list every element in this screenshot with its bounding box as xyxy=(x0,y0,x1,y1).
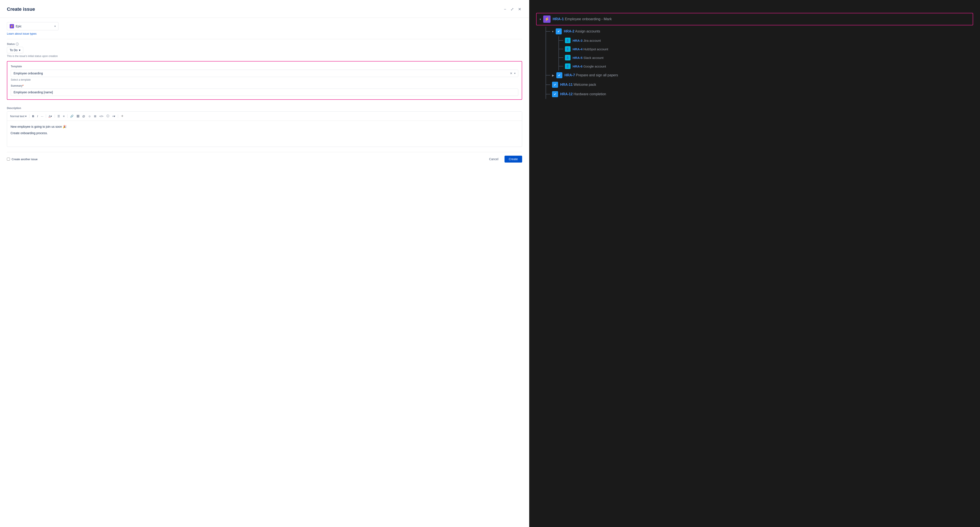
summary-input[interactable] xyxy=(11,89,518,96)
summary-label: Summary* xyxy=(11,84,518,87)
create-another-checkbox[interactable] xyxy=(7,157,10,160)
description-label: Description xyxy=(7,106,522,110)
expand-button[interactable]: ⤢ xyxy=(510,6,515,13)
epic-icon: ⚡ xyxy=(10,24,14,29)
footer-buttons: Cancel Create xyxy=(485,156,522,163)
plus-chevron-icon: ▾ xyxy=(114,114,115,118)
l1-issue-name-hra7: Prepare and sign all papers xyxy=(576,73,618,77)
l2-issue-id-hra3: HRA-3 xyxy=(573,39,582,42)
template-label: Template xyxy=(11,65,518,68)
template-section: Template Employee onboarding ✕ ▾ Select … xyxy=(7,61,522,100)
l2-item-hra3: 👤 HRA-3 Jira account xyxy=(559,36,973,45)
create-button[interactable]: Create xyxy=(504,156,522,163)
l2-item-hra6: 👤 HRA-6 Google account xyxy=(559,62,973,70)
l1-item-hra12: ✔ HRA-12 Hardware completion xyxy=(546,89,973,99)
l1-story-icon-hra7: ✔ xyxy=(556,72,562,78)
info-button[interactable]: ⓘ xyxy=(105,113,111,119)
l1-issue-name-hra2: Assign accounts xyxy=(575,29,600,33)
l1-connector-hra2 xyxy=(546,31,550,32)
l2-issue-name-hra4: HubSpot account xyxy=(584,47,608,51)
l1-issue-id-hra12: HRA-12 xyxy=(560,92,573,96)
l2-container-hra2: 👤 HRA-3 Jira account 👤 xyxy=(558,36,973,70)
l2-issue-name-hra5: Slack account xyxy=(584,56,603,60)
create-another-label[interactable]: Create another issue xyxy=(7,157,38,161)
template-value: Employee onboarding xyxy=(14,71,508,75)
create-issue-dialog: Create issue − ⤢ ✕ ⚡ Epic ▾ Learn about … xyxy=(0,0,529,527)
l2-connector-hra4 xyxy=(559,49,563,49)
l2-connector-hra6 xyxy=(559,66,563,67)
header-actions: − ⤢ ✕ xyxy=(503,6,522,13)
l1-issue-text-hra2: HRA-2 Assign accounts xyxy=(564,29,600,33)
status-chevron-icon: ▾ xyxy=(19,48,21,52)
emoji-button[interactable]: ☺ xyxy=(87,114,92,119)
l2-issue-text-hra4: HRA-4 HubSpot account xyxy=(573,47,608,51)
text-style-chevron-icon: ▾ xyxy=(25,114,27,118)
dialog-footer: Create another issue Cancel Create xyxy=(7,152,522,163)
status-label: Status i xyxy=(7,43,522,46)
l2-item-hra5: 👤 HRA-5 Slack account xyxy=(559,53,973,62)
mention-button[interactable]: @ xyxy=(81,114,86,119)
ai-sparkle-button[interactable]: ✦ xyxy=(119,113,125,119)
l1-connector-hra12 xyxy=(546,94,550,94)
description-field: Description Normal text ▾ B I ··· A ▾ ☰ … xyxy=(7,103,522,147)
l1-issue-id-hra2: HRA-2 xyxy=(564,29,574,33)
l2-issue-text-hra6: HRA-6 Google account xyxy=(573,65,606,68)
numbered-list-button[interactable]: ≡ xyxy=(62,114,66,119)
tree-root-item: ▾ ⚡ HRA-1 Employee onboarding - Mark xyxy=(536,13,973,25)
text-color-button[interactable]: A ▾ xyxy=(47,114,53,119)
root-collapse-icon[interactable]: ▾ xyxy=(539,17,541,21)
l1-issue-id-hra7: HRA-7 xyxy=(565,73,575,77)
l1-collapse-icon-hra2[interactable]: ▾ xyxy=(552,30,554,33)
learn-about-issue-types-link[interactable]: Learn about issue types xyxy=(7,32,37,35)
text-style-dropdown[interactable]: Normal text ▾ xyxy=(9,114,28,119)
l2-item-hra4: 👤 HRA-4 HubSpot account xyxy=(559,45,973,53)
l1-container: ▾ ✔ HRA-2 Assign accounts 👤 xyxy=(546,27,973,99)
l1-issue-name-hra11: Welcome pack xyxy=(574,83,596,86)
clear-template-icon[interactable]: ✕ xyxy=(510,71,512,75)
l1-item-hra7: ▶ ✔ HRA-7 Prepare and sign all papers xyxy=(546,70,973,80)
root-epic-icon: ⚡ xyxy=(543,16,550,23)
right-panel: ▾ ⚡ HRA-1 Employee onboarding - Mark ▾ ✔… xyxy=(529,0,980,527)
issue-type-select[interactable]: ⚡ Epic ▾ xyxy=(7,22,59,30)
section-divider-1 xyxy=(7,39,522,39)
l1-expand-icon-hra7[interactable]: ▶ xyxy=(552,74,554,77)
template-chevron-icon: ▾ xyxy=(514,72,515,75)
plus-button[interactable]: + ▾ xyxy=(111,114,117,119)
link-button[interactable]: 🔗 xyxy=(69,114,75,119)
close-button[interactable]: ✕ xyxy=(517,6,522,13)
header-divider xyxy=(0,17,529,18)
editor-content[interactable]: New employee is going to join us soon 🎉 … xyxy=(7,121,522,147)
root-issue-name: Employee onboarding - Mark xyxy=(565,17,612,21)
minimize-button[interactable]: − xyxy=(503,6,507,13)
editor-container: Normal text ▾ B I ··· A ▾ ☰ ≡ 🔗 🖼 @ xyxy=(7,111,522,147)
editor-toolbar: Normal text ▾ B I ··· A ▾ ☰ ≡ 🔗 🖼 @ xyxy=(7,111,522,121)
required-indicator: * xyxy=(22,84,24,87)
more-formatting-button[interactable]: ··· xyxy=(40,114,45,119)
l1-item-hra11: ✔ HRA-11 Welcome pack xyxy=(546,80,973,89)
status-dropdown[interactable]: To Do ▾ xyxy=(7,47,23,53)
description-line-1: New employee is going to join us soon 🎉 xyxy=(11,124,519,129)
image-button[interactable]: 🖼 xyxy=(75,114,81,119)
bullet-list-button[interactable]: ☰ xyxy=(56,114,61,119)
table-button[interactable]: ⊞ xyxy=(93,114,98,119)
description-line-2: Create onboarding process. xyxy=(11,131,519,135)
status-value: To Do xyxy=(10,48,18,52)
l2-subtask-icon-hra3: 👤 xyxy=(565,38,571,43)
status-hint: This is the issue's initial status upon … xyxy=(7,55,522,58)
template-select[interactable]: Employee onboarding ✕ ▾ xyxy=(11,70,518,77)
l2-issue-text-hra3: HRA-3 Jira account xyxy=(573,39,601,42)
status-info-icon[interactable]: i xyxy=(16,43,19,46)
italic-button[interactable]: I xyxy=(36,114,39,119)
chevron-down-icon: ▾ xyxy=(54,25,56,28)
color-chevron-icon: ▾ xyxy=(51,114,52,118)
text-color-icon: A xyxy=(49,114,51,118)
bold-button[interactable]: B xyxy=(31,114,35,119)
l2-subtask-icon-hra5: 👤 xyxy=(565,55,571,60)
cancel-button[interactable]: Cancel xyxy=(485,156,502,163)
l2-issue-id-hra4: HRA-4 xyxy=(573,47,582,51)
l1-issue-text-hra11: HRA-11 Welcome pack xyxy=(560,83,596,87)
l2-connector-hra5 xyxy=(559,57,563,58)
toolbar-separator-2 xyxy=(46,114,46,118)
code-button[interactable]: </> xyxy=(98,114,105,119)
l1-issue-id-hra11: HRA-11 xyxy=(560,83,573,86)
